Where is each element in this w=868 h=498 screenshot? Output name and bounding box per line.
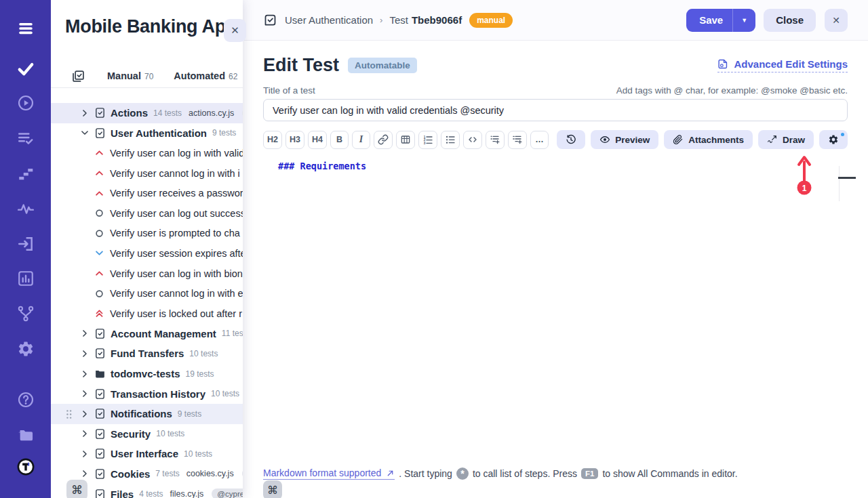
draw-button[interactable]: Draw <box>758 130 814 149</box>
chevron-right-icon[interactable] <box>80 329 90 338</box>
tree-suite-notifications[interactable]: Notifications9 tests <box>51 404 243 424</box>
help-icon[interactable] <box>0 391 51 409</box>
editor-scroll-handle[interactable] <box>838 177 856 179</box>
panel-close-button[interactable]: ✕ <box>224 19 246 42</box>
tree-test[interactable]: Verify user cannot log in with e <box>51 283 243 304</box>
suite-doc-icon <box>94 388 106 400</box>
code-icon <box>467 134 478 145</box>
page-title: Edit Test <box>263 55 339 76</box>
insert-table-button[interactable] <box>396 131 415 149</box>
format-bold-button[interactable]: B <box>330 131 349 149</box>
tree-test[interactable]: Verify user is prompted to cha <box>51 224 243 244</box>
tree-test[interactable]: Verify user can log in with valid <box>51 143 243 163</box>
tree-test[interactable]: Verify user cannot log in with i <box>51 163 243 184</box>
chevron-right-icon[interactable] <box>80 409 90 419</box>
code-button[interactable] <box>463 131 482 149</box>
suite-doc-icon <box>94 408 106 419</box>
tree-test[interactable]: Verify user session expires afte <box>51 243 243 264</box>
format-h3-button[interactable]: H3 <box>285 131 304 149</box>
chevron-right-icon[interactable] <box>80 449 90 459</box>
tags-hint: Add tags with @ char, for example: @smok… <box>616 85 848 96</box>
breadcrumb-suite[interactable]: User Authentication <box>285 14 373 26</box>
reports-chart-icon[interactable] <box>0 270 51 287</box>
format-h4-button[interactable]: H4 <box>308 131 327 149</box>
cmd-key-hint: ⌘ <box>66 480 87 498</box>
tree-suite-actions[interactable]: Actions 14 tests actions.cy.js @c <box>51 103 243 123</box>
preview-button[interactable]: Preview <box>591 130 658 149</box>
insert-link-button[interactable] <box>374 131 393 149</box>
pulse-analytics-icon[interactable] <box>0 200 51 217</box>
tab-automated[interactable]: Automated62 <box>174 70 237 81</box>
tree-tabs: Manual70 Automated62 <box>51 64 243 88</box>
tree-test[interactable]: Verify user receives a password <box>51 183 243 203</box>
save-button[interactable]: Save▼ <box>686 9 755 32</box>
chevron-right-icon[interactable] <box>80 389 90 398</box>
tree-suite-transaction-history[interactable]: Transaction History10 tests <box>51 383 243 404</box>
advanced-edit-settings-link[interactable]: Advanced Edit Settings <box>717 58 848 72</box>
gear-icon <box>828 134 839 145</box>
chevron-right-icon[interactable] <box>80 369 90 379</box>
ordered-list-button[interactable] <box>418 131 437 149</box>
ordered-list-icon <box>422 134 433 145</box>
projects-folder-icon[interactable] <box>0 426 51 444</box>
tree-suite-account-management[interactable]: Account Management11 tests <box>51 324 243 344</box>
tree-test[interactable]: Verify user can log out success <box>51 203 243 224</box>
priority-high-icon <box>94 148 104 158</box>
history-button[interactable] <box>557 130 585 149</box>
tab-manual[interactable]: Manual70 <box>107 70 153 81</box>
folder-icon <box>94 368 106 379</box>
draw-pen-icon <box>767 134 778 145</box>
tree-folder-todomvc-tests[interactable]: todomvc-tests19 tests <box>51 364 243 384</box>
markdown-help-link[interactable]: Markdown format supported <box>263 468 395 480</box>
steps-icon[interactable] <box>0 165 51 182</box>
tree-rows: Actions 14 tests actions.cy.js @c User A… <box>51 103 243 498</box>
branches-icon[interactable] <box>0 305 51 323</box>
doc-gear-icon <box>717 58 729 70</box>
star-key-hint: * <box>456 468 469 480</box>
add-steps-list-button[interactable] <box>486 131 505 149</box>
automatable-badge: Automatable <box>348 58 417 73</box>
editor-settings-button[interactable] <box>819 130 848 149</box>
title-field-label: Title of a test <box>263 85 315 96</box>
tree-suite-fund-transfers[interactable]: Fund Transfers10 tests <box>51 344 243 364</box>
breadcrumb-test-prefix: Test <box>389 14 408 26</box>
f1-key-hint: F1 <box>581 468 598 479</box>
copy-check-icon[interactable] <box>71 69 85 83</box>
chevron-down-icon[interactable] <box>80 128 90 138</box>
drag-handle-icon[interactable] <box>65 409 73 420</box>
attachments-button[interactable]: Attachments <box>664 130 753 149</box>
editor-text: ### Requirements <box>278 161 366 171</box>
menu-icon[interactable] <box>0 20 51 37</box>
close-button[interactable]: Close <box>764 9 816 32</box>
import-icon[interactable] <box>0 235 51 253</box>
runs-play-icon[interactable] <box>0 94 51 112</box>
chevron-right-icon[interactable] <box>80 108 90 118</box>
test-title-input[interactable] <box>263 99 848 121</box>
format-italic-button[interactable]: I <box>352 131 370 149</box>
markdown-editor[interactable]: ### Requirements <box>263 149 848 434</box>
tree-suite-security[interactable]: Security10 tests <box>51 424 243 444</box>
chevron-right-icon[interactable] <box>80 469 90 478</box>
tree-test[interactable]: Verify user is locked out after r <box>51 304 243 324</box>
settings-gear-icon[interactable] <box>0 340 51 358</box>
app-sidebar <box>0 0 51 498</box>
tests-icon[interactable] <box>0 60 51 77</box>
chevron-right-icon[interactable] <box>80 429 90 438</box>
tree-suite-user-authentication[interactable]: User Authentication 9 tests <box>51 123 243 144</box>
more-formats-button[interactable]: … <box>530 131 549 149</box>
close-x-button[interactable]: ✕ <box>825 9 848 32</box>
top-bar: User Authentication › Test Tbeb9066f man… <box>243 0 868 41</box>
tree-test[interactable]: Verify user can log in with bion <box>51 264 243 284</box>
format-h2-button[interactable]: H2 <box>263 131 282 149</box>
test-plans-icon[interactable] <box>0 129 51 147</box>
editor-scroll-track <box>839 166 840 201</box>
tree-suite-user-interface[interactable]: User Interface10 tests <box>51 444 243 464</box>
suite-doc-icon <box>94 428 106 440</box>
bullet-list-button[interactable] <box>441 131 460 149</box>
add-steps-numbered-button[interactable] <box>508 131 527 149</box>
chevron-right-icon[interactable] <box>80 349 90 358</box>
suite-doc-icon <box>94 348 106 359</box>
app-logo[interactable] <box>0 458 51 476</box>
tag-badge: @c <box>242 108 243 119</box>
save-dropdown-caret[interactable]: ▼ <box>732 9 755 32</box>
